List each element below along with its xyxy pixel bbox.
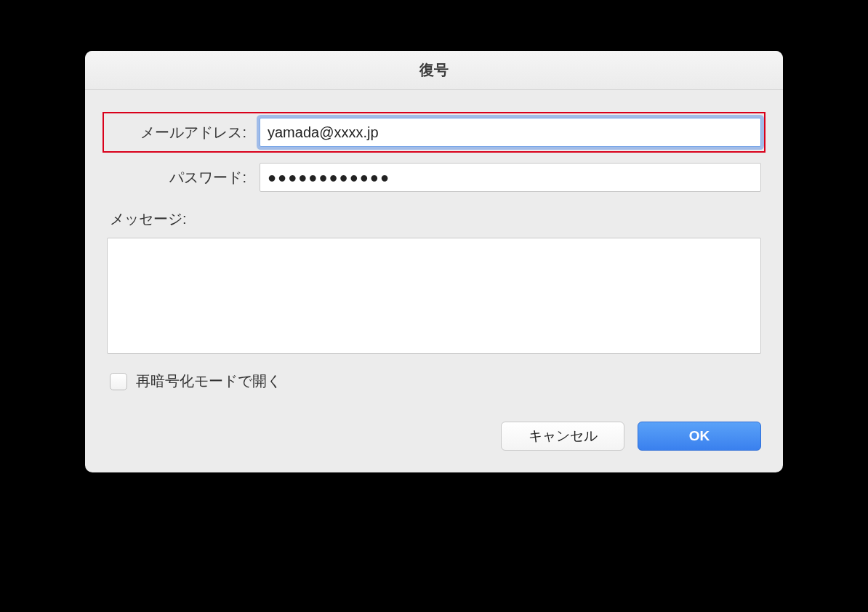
decrypt-dialog: 復号 メールアドレス: パスワード: メッセージ: 再暗号化モードで開く キャン…: [85, 51, 783, 472]
titlebar: 復号: [85, 51, 783, 90]
password-input[interactable]: [260, 163, 761, 192]
message-label-row: メッセージ:: [107, 209, 761, 229]
dialog-title: 復号: [419, 60, 449, 80]
email-input[interactable]: [260, 118, 761, 147]
password-label: パスワード:: [107, 168, 260, 188]
reencrypt-row: 再暗号化モードで開く: [107, 371, 761, 391]
message-textarea[interactable]: [107, 238, 761, 354]
reencrypt-label: 再暗号化モードで開く: [136, 371, 281, 391]
password-row: パスワード:: [107, 163, 761, 192]
reencrypt-checkbox[interactable]: [110, 373, 127, 390]
dialog-content: メールアドレス: パスワード: メッセージ: 再暗号化モードで開く キャンセル …: [85, 90, 783, 472]
cancel-button[interactable]: キャンセル: [501, 422, 624, 451]
button-row: キャンセル OK: [107, 422, 761, 451]
email-row-highlight: メールアドレス:: [103, 112, 765, 153]
email-label: メールアドレス:: [107, 123, 260, 142]
message-label: メッセージ:: [107, 211, 187, 227]
ok-button[interactable]: OK: [638, 422, 761, 451]
